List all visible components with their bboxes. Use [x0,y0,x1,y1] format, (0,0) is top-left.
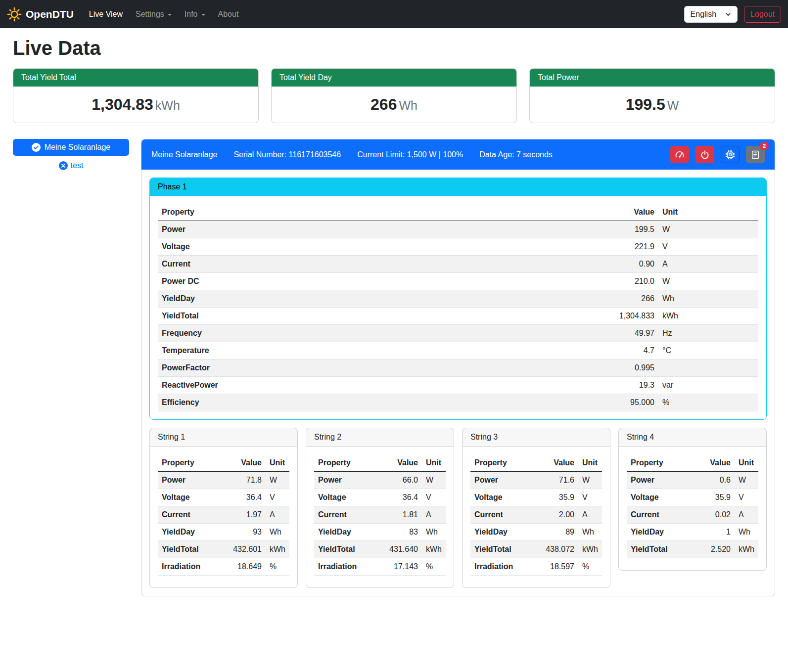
table-row: YieldDay93Wh [158,524,289,541]
unit-cell: Wh [735,524,758,541]
table-row: Power71.6W [470,472,602,489]
value-cell: 71.8 [218,472,266,489]
unit-cell: % [578,558,602,576]
property-cell: Power [627,472,693,489]
value-cell: 1 [693,524,735,541]
value-cell: 35.9 [531,489,578,506]
table-row: Voltage221.9V [158,238,758,256]
nav-info[interactable]: Info [178,6,212,23]
value-cell: 95.000 [457,394,658,411]
event-count-badge: 2 [760,142,769,150]
power-button[interactable] [695,146,714,163]
inverter-data-age: Data Age: 7 seconds [479,150,553,159]
card-total-yield-total: Total Yield Total 1,304.83kWh [13,68,259,123]
unit-cell: W [266,472,289,489]
value-cell: 266 [457,290,658,308]
table-row: Current1.97A [158,506,289,524]
card-body: 266Wh [272,87,516,123]
inverter-selector: Meine Solaranlage test [13,139,129,170]
brand-label: OpenDTU [26,8,74,20]
value-cell: 71.6 [531,472,578,489]
property-cell: Power [158,472,218,489]
nav-about[interactable]: About [212,6,245,23]
card-total-power: Total Power 199.5W [529,68,775,123]
chevron-down-icon [168,14,172,16]
table-row: Voltage35.9V [627,489,758,506]
nav-links: Live View Settings Info About [83,6,245,23]
card-value: 199.5 [626,95,665,113]
inverter-button-label: Meine Solaranlage [45,143,110,152]
property-cell: Current [314,506,374,524]
unit-cell: kWh [422,541,446,558]
phase-body: Property Value Unit Power199.5W Voltage2… [150,196,766,419]
unit-cell: Hz [658,325,758,342]
language-select[interactable]: English [684,6,738,23]
string-title: String 3 [463,428,610,447]
value-cell: 221.9 [457,238,658,256]
device-info-button[interactable] [721,146,740,163]
table-row: Voltage35.9V [470,489,602,506]
string-card-3: String 3 Property Value Unit [462,428,610,588]
navbar: OpenDTU Live View Settings Info About En… [0,0,788,28]
limit-settings-button[interactable] [670,146,689,163]
inverter-panel-body: Phase 1 Property Value Unit [141,170,775,596]
summary-cards-row: Total Yield Total 1,304.83kWh Total Yiel… [13,68,775,123]
sun-logo-icon [7,7,22,22]
table-row: Voltage36.4V [314,489,446,506]
value-cell: 19.3 [457,377,658,394]
inverter-panel: Meine Solaranlage Serial Number: 1161716… [141,139,775,596]
string-card-1: String 1 Property Value Unit [149,428,298,588]
panel-actions: 2 [670,146,765,163]
nav-live-view[interactable]: Live View [83,6,129,23]
card-title: Total Yield Day [272,69,516,87]
table-row: YieldTotal438.072kWh [470,541,602,558]
property-cell: Power [470,472,531,489]
card-unit: W [667,98,679,112]
unit-cell: var [658,377,758,394]
unit-cell: W [735,472,758,489]
nav-settings[interactable]: Settings [129,6,178,23]
card-unit: kWh [155,98,180,112]
table-row: Irradiation17.143% [314,558,446,576]
string-body: Property Value Unit Power71.8W Voltage36… [150,447,297,587]
value-cell: 36.4 [218,489,266,506]
column-header-unit: Unit [422,454,446,472]
value-cell: 0.995 [457,359,658,377]
column-header-value: Value [457,204,658,221]
property-cell: YieldTotal [158,308,457,325]
column-header-property: Property [158,204,457,221]
event-log-button[interactable]: 2 [746,146,765,163]
inverter-button-test[interactable]: test [59,161,84,170]
column-header-unit: Unit [266,454,289,472]
value-cell: 35.9 [693,489,735,506]
table-header-row: Property Value Unit [158,204,758,221]
unit-cell: W [422,472,446,489]
chevron-down-icon [725,11,731,17]
value-cell: 49.97 [457,325,658,342]
table-row: Current0.02A [627,506,758,524]
unit-cell: kWh [578,541,602,558]
string-title: String 1 [150,428,297,447]
inverter-serial: Serial Number: 116171603546 [233,150,341,159]
column-header-value: Value [218,454,266,472]
value-cell: 18.649 [218,558,266,576]
unit-cell: Wh [658,290,758,308]
card-total-yield-day: Total Yield Day 266Wh [271,68,517,123]
property-cell: Voltage [158,238,457,256]
column-header-property: Property [314,454,374,472]
table-row: YieldDay83Wh [314,524,446,541]
phase-title: Phase 1 [150,178,766,196]
string-card-2: String 2 Property Value Unit [306,428,454,588]
value-cell: 0.90 [457,256,658,273]
brand[interactable]: OpenDTU [7,7,74,22]
unit-cell: V [266,489,289,506]
inverter-button-selected[interactable]: Meine Solaranlage [13,139,129,156]
strings-row: String 1 Property Value Unit [149,428,767,588]
logout-button[interactable]: Logout [744,6,781,23]
unit-cell: kWh [735,541,758,558]
nav-about-label: About [218,10,239,19]
property-cell: YieldTotal [314,541,374,558]
property-cell: YieldDay [158,290,457,308]
property-cell: Current [158,256,457,273]
string-body: Property Value Unit Power66.0W Voltage36… [306,447,454,587]
